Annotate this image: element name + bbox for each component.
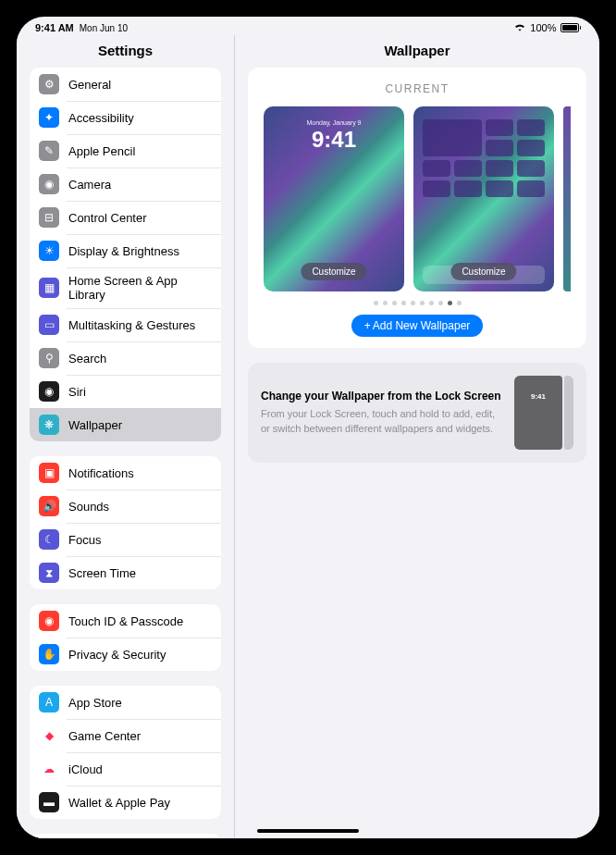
sidebar-item-search[interactable]: ⚲Search [30, 341, 221, 375]
sidebar-item-label: Home Screen & App Library [68, 274, 212, 302]
lock-screen-tip-card: Change your Wallpaper from the Lock Scre… [248, 363, 586, 463]
sidebar-item-label: Wallpaper [68, 418, 122, 432]
sidebar-item-control-center[interactable]: ⊟Control Center [30, 201, 221, 234]
siri-icon: ◉ [39, 381, 59, 402]
add-wallpaper-button[interactable]: + Add New Wallpaper [351, 315, 484, 337]
sidebar-item-multitasking-gestures[interactable]: ▭Multitasking & Gestures [30, 308, 221, 341]
sidebar-item-label: Accessibility [68, 111, 134, 125]
page-dot [429, 301, 434, 305]
page-dot [448, 301, 452, 305]
sidebar-item-label: Siri [68, 385, 86, 399]
focus-icon: ☾ [39, 529, 59, 550]
sidebar-item-label: Sounds [68, 500, 109, 514]
sidebar-item-game-center[interactable]: ◆Game Center [30, 719, 221, 752]
screen-time-icon: ⧗ [39, 563, 59, 583]
lock-preview-time: 9:41 [264, 127, 404, 153]
camera-icon: ◉ [39, 174, 59, 194]
add-wallpaper-label: Add New Wallpaper [373, 319, 471, 332]
sidebar-item-label: Control Center [68, 211, 147, 225]
sidebar-item-label: Touch ID & Passcode [68, 614, 183, 628]
sidebar-item-apple-pencil[interactable]: ✎Apple Pencil [30, 134, 221, 167]
control-center-icon: ⊟ [39, 207, 59, 228]
sidebar-item-wallet-apple-pay[interactable]: ▬Wallet & Apple Pay [30, 786, 221, 819]
sidebar-item-label: Search [68, 352, 106, 366]
sidebar-item-label: Wallet & Apple Pay [68, 796, 170, 810]
sidebar-item-screen-time[interactable]: ⧗Screen Time [30, 556, 221, 589]
sidebar-item-label: App Store [68, 696, 122, 710]
home-indicator[interactable] [257, 829, 359, 833]
settings-sidebar: Settings ⚙General✦Accessibility✎Apple Pe… [17, 35, 234, 838]
customize-home-button[interactable]: Customize [450, 263, 516, 280]
sidebar-item-privacy-security[interactable]: ✋Privacy & Security [30, 638, 221, 671]
sidebar-item-home-screen-app-library[interactable]: ▦Home Screen & App Library [30, 267, 221, 308]
sidebar-item-app-store[interactable]: AApp Store [30, 686, 221, 719]
sidebar-item-sounds[interactable]: 🔊Sounds [30, 489, 221, 523]
page-dot [411, 301, 415, 305]
search-icon: ⚲ [39, 348, 59, 368]
wallet-apple-pay-icon: ▬ [39, 792, 59, 812]
home-screen-app-library-icon: ▦ [39, 278, 59, 298]
sidebar-item-label: Privacy & Security [68, 648, 166, 662]
sidebar-item-label: Notifications [68, 466, 134, 480]
sidebar-item-display-brightness[interactable]: ☀Display & Brightness [30, 234, 221, 267]
page-dot [420, 301, 425, 305]
page-indicator[interactable] [259, 301, 575, 305]
status-time: 9:41 AM [35, 22, 74, 33]
sidebar-title: Settings [17, 35, 234, 68]
sidebar-item-icloud[interactable]: ☁iCloud [30, 752, 221, 786]
wallpaper-panel: Wallpaper CURRENT Monday, January 9 9:41… [234, 35, 599, 838]
lock-screen-preview[interactable]: Monday, January 9 9:41 Customize [264, 106, 404, 291]
main-title: Wallpaper [235, 35, 599, 68]
game-center-icon: ◆ [39, 725, 59, 746]
sidebar-item-wallpaper[interactable]: ❋Wallpaper [30, 408, 221, 441]
touch-id-passcode-icon: ◉ [39, 611, 59, 631]
icloud-icon: ☁ [39, 759, 59, 779]
tip-title: Change your Wallpaper from the Lock Scre… [261, 390, 503, 404]
accessibility-icon: ✦ [39, 107, 59, 128]
sidebar-item-label: Screen Time [68, 566, 136, 580]
page-dot [438, 301, 443, 305]
tip-thumbnail: 9:41 [514, 376, 573, 450]
status-bar: 9:41 AM Mon Jun 10 100% [17, 17, 599, 35]
sidebar-item-label: Display & Brightness [68, 244, 179, 258]
sidebar-item-label: iCloud [68, 762, 103, 776]
display-brightness-icon: ☀ [39, 241, 59, 261]
app-store-icon: A [39, 692, 59, 712]
customize-lock-button[interactable]: Customize [301, 263, 366, 280]
sidebar-item-camera[interactable]: ◉Camera [30, 167, 221, 201]
privacy-security-icon: ✋ [39, 644, 59, 664]
battery-icon [561, 23, 582, 32]
page-dot [457, 301, 462, 305]
wallpaper-icon: ❋ [39, 415, 59, 435]
sidebar-item-general[interactable]: ⚙General [30, 68, 221, 101]
sidebar-item-apps[interactable]: ▦Apps [30, 834, 221, 838]
status-date: Mon Jun 10 [80, 23, 128, 33]
sidebar-item-label: General [68, 78, 111, 92]
page-dot [383, 301, 388, 305]
sidebar-item-label: Apple Pencil [68, 144, 135, 158]
multitasking-gestures-icon: ▭ [39, 315, 59, 335]
sidebar-item-label: Focus [68, 533, 101, 547]
notifications-icon: ▣ [39, 463, 59, 483]
sidebar-item-siri[interactable]: ◉Siri [30, 375, 221, 408]
sounds-icon: 🔊 [39, 496, 59, 516]
page-dot [401, 301, 406, 305]
current-label: CURRENT [259, 82, 575, 95]
tip-body: From your Lock Screen, touch and hold to… [261, 407, 503, 436]
plus-icon: + [364, 319, 371, 332]
sidebar-item-accessibility[interactable]: ✦Accessibility [30, 101, 221, 134]
current-wallpaper-card: CURRENT Monday, January 9 9:41 Customize [248, 68, 586, 348]
page-dot [374, 301, 378, 305]
home-screen-preview[interactable]: Customize [413, 106, 554, 291]
wifi-icon [513, 22, 526, 33]
sidebar-item-focus[interactable]: ☾Focus [30, 523, 221, 556]
sidebar-item-notifications[interactable]: ▣Notifications [30, 456, 221, 489]
lock-preview-date: Monday, January 9 [264, 119, 404, 126]
sidebar-item-touch-id-passcode[interactable]: ◉Touch ID & Passcode [30, 604, 221, 638]
battery-percent: 100% [530, 22, 556, 33]
next-wallpaper-peek[interactable] [563, 106, 571, 291]
page-dot [392, 301, 397, 305]
apple-pencil-icon: ✎ [39, 141, 59, 161]
sidebar-item-label: Game Center [68, 729, 141, 743]
sidebar-item-label: Camera [68, 178, 111, 192]
